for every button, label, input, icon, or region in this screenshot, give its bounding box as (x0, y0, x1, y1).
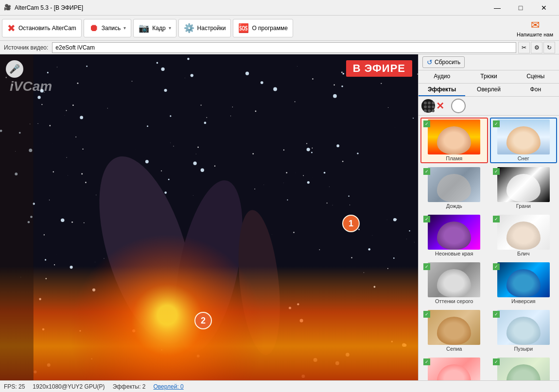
statusbar: FPS: 25 1920x1080@YUY2 GPU(P) Эффекты: 2… (0, 380, 559, 392)
stop-label: Остановить AlterCam (18, 25, 76, 32)
main-area: iVCam 🎤 В ЭФИРЕ 1 2 ↺ Сбросить Аудио Трю… (0, 54, 559, 380)
tab-tricks[interactable]: Трюки (465, 70, 512, 83)
right-panel: ↺ Сбросить Аудио Трюки Сцены Эффекты Ове… (418, 54, 559, 380)
effect-face-blic (507, 222, 541, 250)
add-effect-button[interactable] (451, 99, 466, 113)
source-input[interactable] (52, 42, 516, 53)
minimize-button[interactable]: — (486, 0, 508, 15)
effect-image-denoise (497, 358, 550, 380)
effect-item-gray[interactable]: ✓Оттенки серого (420, 260, 488, 306)
overlay-status[interactable]: Оверлей: 0 (154, 383, 184, 390)
effects-grid: ✓Пламя✓Снег✓Дождь✓Грани✓Неоновые края✓Бл… (419, 116, 559, 380)
effects-grid-icon[interactable] (421, 99, 435, 113)
effect-item-hearts[interactable]: ✓Сердца (420, 356, 488, 380)
frame-icon: 📷 (139, 23, 149, 34)
effect-thumb-edges (497, 167, 550, 202)
effect-image-snow (497, 119, 550, 154)
effect-item-invert[interactable]: ✓Инверсия (490, 260, 558, 306)
resolution-status: 1920x1080@YUY2 GPU(P) (33, 383, 105, 390)
microphone-button[interactable]: 🎤 (6, 60, 23, 78)
refresh-icon-button[interactable]: ↻ (543, 42, 555, 53)
watermark-label: iVCam (10, 79, 52, 94)
effect-item-snow[interactable]: ✓Снег (490, 118, 558, 163)
effect-checkbox-flame: ✓ (423, 120, 430, 127)
email-label: Напишите нам (517, 32, 553, 37)
frame-button[interactable]: 📷 Кадр ▾ (133, 19, 176, 37)
window-controls: — □ ✕ (486, 0, 555, 15)
effect-face-bubbles (507, 317, 541, 345)
effect-label-rain: Дождь (446, 203, 462, 209)
effect-badge-2: 2 (194, 312, 212, 329)
effects-row: ✓Оттенки серого✓Инверсия (420, 260, 557, 306)
tab-overlay[interactable]: Оверлей (465, 84, 512, 96)
effect-image-rain (428, 167, 480, 202)
effects-row: ✓Неоновые края✓Блич (420, 213, 557, 258)
effect-face-invert (507, 269, 541, 297)
effect-item-rain[interactable]: ✓Дождь (420, 165, 488, 211)
effect-checkbox-hearts: ✓ (423, 358, 430, 365)
record-label: Запись (102, 25, 121, 32)
reset-button[interactable]: ↺ Сбросить (422, 56, 465, 68)
record-button[interactable]: ⏺ Запись ▾ (84, 19, 131, 37)
source-bar: Источник видео: ✂ ⚙ ↻ (0, 41, 559, 54)
effect-checkbox-edges: ✓ (493, 168, 500, 175)
titlebar: 🎥 AlterCam 5.3 - [В ЭФИРЕ] — □ ✕ (0, 0, 559, 16)
effects-toolbar: ✕ (419, 97, 559, 116)
effect-checkbox-rain: ✓ (423, 168, 430, 175)
effect-item-sepia[interactable]: ✓Сепиа (420, 308, 488, 354)
effect-image-blic (497, 215, 550, 250)
frame-label: Кадр (152, 25, 165, 32)
effect-checkbox-snow: ✓ (493, 120, 500, 127)
effect-thumb-snow (497, 119, 550, 154)
microphone-icon: 🎤 (9, 64, 20, 74)
effect-label-flame: Пламя (446, 155, 462, 161)
remove-effect-button[interactable]: ✕ (436, 100, 444, 112)
effect-face-edges (507, 174, 541, 202)
effect-image-sepia (428, 310, 480, 345)
record-dropdown-arrow: ▾ (123, 25, 126, 31)
effect-item-denoise[interactable]: ✓Шумоподавит... (490, 356, 558, 380)
fps-status: FPS: 25 (4, 383, 25, 390)
email-icon: ✉ (531, 19, 540, 32)
crop-icon-button[interactable]: ✂ (518, 42, 530, 53)
effect-label-snow: Снег (518, 155, 529, 161)
effect-label-neon: Неоновые края (435, 251, 473, 256)
effect-label-sepia: Сепиа (446, 346, 462, 352)
settings-icon: ⚙️ (184, 23, 194, 34)
effect-label-gray: Оттенки серого (435, 298, 473, 304)
tab-effects[interactable]: Эффекты (419, 84, 465, 96)
effect-label-bubbles: Пузыри (514, 346, 533, 352)
close-button[interactable]: ✕ (533, 0, 555, 15)
effect-item-blic[interactable]: ✓Блич (490, 213, 558, 258)
maximize-button[interactable]: □ (509, 0, 532, 15)
about-icon: 🆘 (238, 23, 249, 34)
effect-checkbox-neon: ✓ (423, 216, 430, 222)
effect-checkbox-sepia: ✓ (423, 311, 430, 318)
effects-row: ✓Дождь✓Грани (420, 165, 557, 211)
effect-thumb-invert (497, 262, 550, 297)
stop-altercam-button[interactable]: ✖ Остановить AlterCam (2, 19, 82, 37)
effect-item-flame[interactable]: ✓Пламя (420, 118, 488, 163)
settings-icon-button[interactable]: ⚙ (531, 42, 542, 53)
tab-scenes[interactable]: Сцены (512, 70, 559, 83)
effect-thumb-denoise (497, 358, 550, 380)
effect-label-blic: Блич (517, 251, 529, 256)
effect-image-hearts (428, 358, 480, 380)
tab-audio[interactable]: Аудио (419, 70, 465, 83)
frame-dropdown-arrow: ▾ (169, 25, 171, 31)
about-button[interactable]: 🆘 О программе (233, 19, 293, 37)
email-button[interactable]: ✉ Напишите нам (513, 17, 557, 39)
effect-badge-1: 1 (342, 215, 360, 232)
effect-checkbox-denoise: ✓ (493, 358, 500, 365)
effect-face-gray (437, 269, 471, 297)
tab-background[interactable]: Фон (512, 84, 559, 96)
effect-item-neon[interactable]: ✓Неоновые края (420, 213, 488, 258)
on-air-badge: В ЭФИРЕ (346, 60, 412, 77)
effect-image-invert (497, 262, 550, 297)
effect-face-sepia (437, 317, 471, 345)
effects-row: ✓Пламя✓Снег (420, 118, 557, 163)
effect-thumb-rain (428, 167, 480, 202)
effect-item-edges[interactable]: ✓Грани (490, 165, 558, 211)
settings-button[interactable]: ⚙️ Настройки (178, 19, 231, 37)
effect-item-bubbles[interactable]: ✓Пузыри (490, 308, 558, 354)
